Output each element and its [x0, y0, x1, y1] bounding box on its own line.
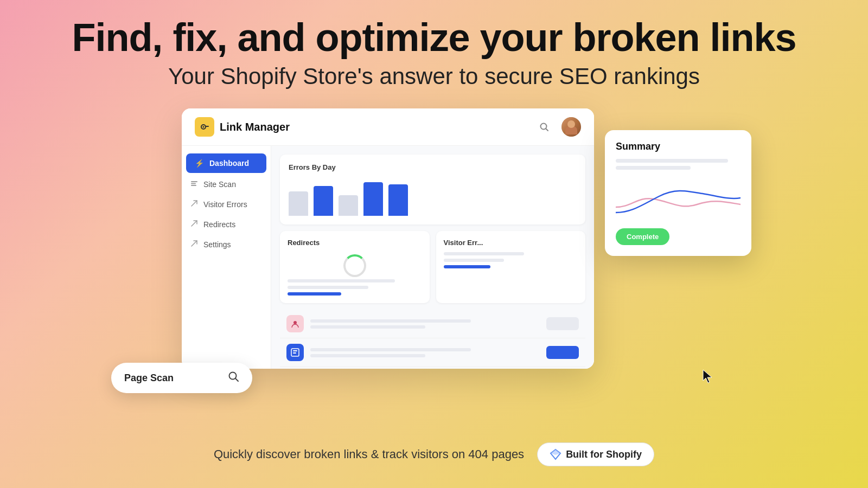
redirects-card-title: Redirects — [288, 239, 422, 247]
svg-rect-3 — [205, 126, 209, 127]
page-scan-label: Page Scan — [124, 373, 219, 384]
redirects-line-1 — [288, 279, 395, 282]
redirects-accent-line — [288, 292, 341, 296]
bar-bar-3 — [339, 195, 358, 216]
app-title: Link Manager — [220, 121, 535, 133]
summary-card: Summary Complete — [605, 130, 751, 256]
row-1-action[interactable] — [546, 317, 579, 330]
main-content: Errors By Day Redirects — [271, 146, 594, 369]
row-2-line-1 — [310, 348, 471, 351]
errors-by-day-card: Errors By Day — [280, 155, 585, 224]
bar-bar-1 — [289, 191, 308, 216]
app-logo-icon — [195, 117, 214, 137]
sidebar-item-redirects[interactable]: Redirects — [182, 214, 271, 234]
ve-accent-line — [444, 265, 491, 268]
row-1-lines — [310, 319, 540, 329]
redirects-lines — [288, 279, 422, 296]
svg-rect-11 — [293, 350, 297, 351]
ve-line-2 — [444, 259, 504, 262]
bar-bar-5 — [388, 184, 408, 216]
settings-icon — [190, 240, 198, 249]
bottom-section: Quickly discover broken links & track vi… — [0, 442, 868, 466]
header-actions — [535, 117, 581, 137]
svg-point-2 — [203, 126, 205, 128]
cursor — [701, 369, 716, 386]
svg-marker-16 — [551, 450, 560, 455]
redirects-line-2 — [288, 286, 368, 289]
built-for-shopify-badge[interactable]: Built for Shopify — [537, 442, 654, 466]
svg-line-14 — [235, 378, 238, 381]
row-2-icon — [286, 344, 304, 361]
bar-1 — [289, 191, 308, 216]
app-window: Link Manager ⚡ Dashboard — [182, 108, 594, 369]
built-badge-label: Built for Shopify — [566, 449, 642, 460]
bar-2 — [314, 186, 333, 216]
summary-line-1 — [616, 159, 728, 163]
ve-line-1 — [444, 252, 525, 255]
svg-rect-8 — [191, 185, 196, 186]
table-row-1 — [280, 310, 585, 338]
sidebar: ⚡ Dashboard Site Scan — [182, 146, 271, 369]
bar-4 — [363, 182, 383, 216]
visitor-errors-card: Visitor Err... — [436, 231, 586, 303]
visitor-errors-lines — [444, 252, 578, 268]
summary-line-2 — [616, 166, 691, 170]
visitor-errors-card-title: Visitor Err... — [444, 239, 578, 247]
svg-rect-0 — [199, 121, 210, 133]
cards-row: Redirects Visitor Err... — [280, 231, 585, 303]
bar-3 — [339, 195, 358, 216]
spinner-container — [288, 252, 422, 279]
hero-subtitle: Your Shopify Store's answer to secure SE… — [0, 63, 868, 89]
app-header: Link Manager — [182, 108, 594, 146]
sidebar-item-site-scan[interactable]: Site Scan — [182, 174, 271, 194]
sidebar-visitor-errors-label: Visitor Errors — [203, 200, 247, 209]
svg-rect-6 — [191, 181, 197, 182]
svg-point-9 — [293, 321, 297, 324]
sidebar-item-visitor-errors[interactable]: Visitor Errors — [182, 194, 271, 214]
row-1-icon — [286, 315, 304, 332]
summary-lines — [616, 159, 741, 170]
complete-button[interactable]: Complete — [616, 228, 669, 245]
bottom-tagline: Quickly discover broken links & track vi… — [214, 447, 524, 461]
row-2-line-2 — [310, 354, 425, 357]
svg-rect-7 — [191, 183, 196, 184]
svg-line-5 — [546, 129, 548, 131]
sidebar-item-dashboard[interactable]: ⚡ Dashboard — [186, 153, 266, 173]
redirects-card: Redirects — [280, 231, 430, 303]
sidebar-redirects-label: Redirects — [203, 220, 235, 229]
row-2-lines — [310, 348, 540, 357]
site-scan-icon — [190, 179, 198, 189]
row-1-line-1 — [310, 319, 471, 323]
sidebar-site-scan-label: Site Scan — [203, 180, 236, 189]
redirects-icon — [190, 220, 198, 229]
app-body: ⚡ Dashboard Site Scan — [182, 146, 594, 369]
visitor-errors-icon — [190, 200, 198, 209]
page-scan-popup: Page Scan — [111, 363, 252, 393]
sidebar-item-settings[interactable]: Settings — [182, 234, 271, 254]
dashboard-icon: ⚡ — [195, 159, 204, 168]
header-search-button[interactable] — [535, 118, 553, 136]
summary-chart — [616, 177, 741, 221]
table-section — [280, 310, 585, 367]
summary-title: Summary — [616, 141, 741, 152]
sidebar-settings-label: Settings — [203, 240, 231, 249]
hero-section: Find, fix, and optimize your broken link… — [0, 16, 868, 89]
table-row-2 — [280, 338, 585, 367]
sidebar-dashboard-label: Dashboard — [209, 159, 249, 168]
bar-bar-4 — [363, 182, 383, 216]
hero-title: Find, fix, and optimize your broken link… — [0, 16, 868, 59]
row-2-action[interactable] — [546, 346, 579, 359]
row-1-line-2 — [310, 325, 425, 329]
bar-chart — [289, 178, 577, 216]
errors-by-day-title: Errors By Day — [289, 163, 577, 171]
loading-spinner — [343, 254, 366, 277]
bar-5 — [388, 184, 408, 216]
bar-bar-2 — [314, 186, 333, 216]
diamond-icon — [550, 448, 561, 460]
page-scan-search-button[interactable] — [227, 370, 239, 386]
avatar[interactable] — [561, 117, 581, 137]
svg-rect-12 — [293, 352, 296, 354]
